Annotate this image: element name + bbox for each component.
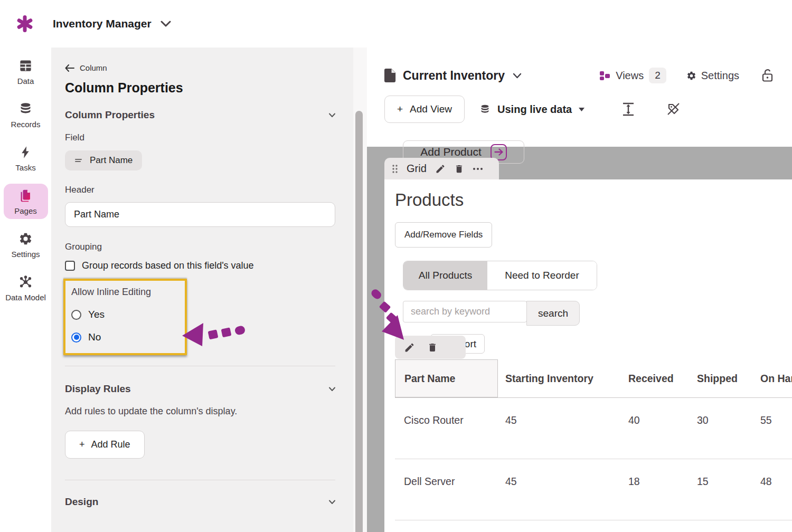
- sidebar-item-label: Data Model: [5, 293, 46, 302]
- annotation-arrow-left-icon: [181, 318, 247, 349]
- grid-label: Grid: [407, 163, 427, 175]
- radio-yes[interactable]: [71, 310, 81, 320]
- cell-received: 18: [628, 476, 697, 520]
- sidebar-item-data[interactable]: Data: [4, 54, 48, 89]
- add-rule-button[interactable]: + Add Rule: [65, 431, 145, 459]
- cell-part-name: Cisco Router: [395, 414, 498, 459]
- sidebar-item-settings[interactable]: Settings: [4, 227, 48, 262]
- page-title: Current Inventory: [403, 69, 505, 83]
- plus-icon: +: [397, 103, 403, 115]
- divider: [65, 480, 335, 480]
- radio-yes-label: Yes: [88, 309, 105, 320]
- grouping-checkbox-row[interactable]: Group records based on this field's valu…: [65, 260, 335, 271]
- cell-shipped: 15: [697, 476, 760, 520]
- settings-label: Settings: [701, 70, 739, 82]
- trash-icon[interactable]: [454, 164, 464, 174]
- inline-editing-option-yes[interactable]: Yes: [71, 309, 185, 320]
- page-chevron-down-icon[interactable]: [513, 73, 522, 79]
- search-input[interactable]: [403, 301, 527, 322]
- views-button[interactable]: Views 2: [599, 68, 666, 83]
- lock-icon[interactable]: [761, 69, 774, 82]
- sidebar-item-label: Tasks: [15, 163, 35, 172]
- section-column-properties[interactable]: Column Properties: [65, 109, 335, 121]
- field-chip-label: Part Name: [90, 155, 133, 166]
- back-arrow-icon: [65, 64, 74, 72]
- inline-editing-highlight-box: Allow Inline Editing Yes No: [63, 279, 187, 355]
- cell-starting-inventory: 45: [498, 476, 628, 520]
- sidebar-item-label: Data: [17, 77, 34, 86]
- inline-editing-option-no[interactable]: No: [71, 331, 185, 343]
- radio-no-label: No: [88, 331, 101, 343]
- scrollbar-thumb[interactable]: [355, 111, 363, 532]
- views-label: Views: [616, 70, 644, 82]
- edit-pencil-icon[interactable]: [435, 164, 446, 174]
- table-row[interactable]: Dell Server 45 18 15 48: [395, 459, 792, 520]
- sidebar-item-tasks[interactable]: Tasks: [4, 140, 48, 176]
- sidebar-item-pages[interactable]: Pages: [4, 184, 48, 219]
- display-rules-description: Add rules to update the column's display…: [65, 406, 335, 417]
- sidebar-item-label: Settings: [11, 250, 40, 259]
- table-row[interactable]: Cisco Router 45 40 30 55: [395, 398, 792, 459]
- column-header-part-name[interactable]: Part Name: [395, 359, 498, 397]
- add-rule-label: Add Rule: [91, 439, 130, 450]
- radio-no-selected[interactable]: [71, 332, 81, 343]
- more-options-icon[interactable]: [473, 167, 483, 170]
- trash-icon[interactable]: [427, 342, 438, 353]
- grid-view-toolbar: Grid: [384, 158, 499, 179]
- search-button[interactable]: search: [526, 301, 580, 326]
- page-settings-button[interactable]: Settings: [686, 70, 739, 82]
- page-file-icon: [384, 69, 396, 83]
- column-edit-row: port: [395, 334, 792, 358]
- products-title: Products: [395, 190, 792, 210]
- section-design[interactable]: Design: [65, 496, 335, 508]
- dimmed-overlay: Add Product Grid: [367, 147, 792, 532]
- pages-icon: [18, 188, 33, 203]
- cell-shipped: 30: [697, 414, 760, 459]
- add-remove-fields-button[interactable]: Add/Remove Fields: [395, 222, 492, 248]
- live-data-label: Using live data: [497, 103, 572, 116]
- table-header-row: Part Name Starting Inventory Received Sh…: [395, 359, 792, 398]
- divider: [65, 366, 335, 366]
- header-label: Header: [65, 185, 335, 195]
- app-title: Inventory Manager: [53, 17, 152, 30]
- edit-pencil-icon[interactable]: [404, 342, 415, 353]
- top-bar: Inventory Manager: [0, 0, 792, 48]
- add-view-button[interactable]: + Add View: [384, 96, 465, 123]
- row-height-button[interactable]: [621, 102, 635, 117]
- live-data-dropdown[interactable]: Using live data: [479, 103, 584, 116]
- cell-starting-inventory: 45: [498, 414, 628, 459]
- database-icon: [479, 104, 491, 115]
- app-logo-asterisk-icon[interactable]: [15, 14, 35, 34]
- column-header-shipped[interactable]: Shipped: [697, 359, 760, 397]
- section-title: Column Properties: [65, 109, 155, 121]
- annotation-arrow-down-right-icon: [368, 287, 413, 343]
- app-chevron-down-icon[interactable]: [161, 21, 171, 27]
- column-header-starting-inventory[interactable]: Starting Inventory: [498, 359, 628, 397]
- tab-need-to-reorder[interactable]: Need to Reorder: [487, 261, 597, 290]
- section-display-rules[interactable]: Display Rules: [65, 383, 335, 395]
- column-header-received[interactable]: Received: [628, 359, 697, 397]
- inline-editing-label: Allow Inline Editing: [71, 287, 185, 298]
- column-header-on-hand[interactable]: On Hand: [760, 359, 792, 397]
- sidebar-item-data-model[interactable]: Data Model: [4, 270, 48, 306]
- gear-icon: [18, 232, 33, 246]
- cell-on-hand: 55: [760, 414, 792, 459]
- database-icon: [18, 102, 33, 116]
- caret-down-icon: [329, 500, 335, 504]
- search-row: search: [403, 301, 792, 326]
- field-chip[interactable]: Part Name: [65, 150, 142, 170]
- header-input[interactable]: [65, 202, 335, 227]
- tab-all-products[interactable]: All Products: [403, 261, 487, 290]
- preview-header: Current Inventory Views 2 Settings: [384, 68, 774, 83]
- sidebar-item-records[interactable]: Records: [4, 97, 48, 132]
- nav-rail: Data Records Tasks Pages Sett: [0, 48, 51, 532]
- grouping-checkbox[interactable]: [65, 261, 75, 271]
- caret-down-icon: [329, 113, 335, 117]
- short-text-field-icon: [74, 157, 83, 164]
- sidebar-item-label: Records: [11, 120, 41, 129]
- back-to-column-link[interactable]: Column: [65, 63, 335, 72]
- labels-off-button[interactable]: [666, 101, 682, 117]
- drag-handle-icon[interactable]: [392, 164, 398, 174]
- add-product-label: Add Product: [420, 146, 482, 158]
- cell-part-name: Dell Server: [395, 476, 498, 520]
